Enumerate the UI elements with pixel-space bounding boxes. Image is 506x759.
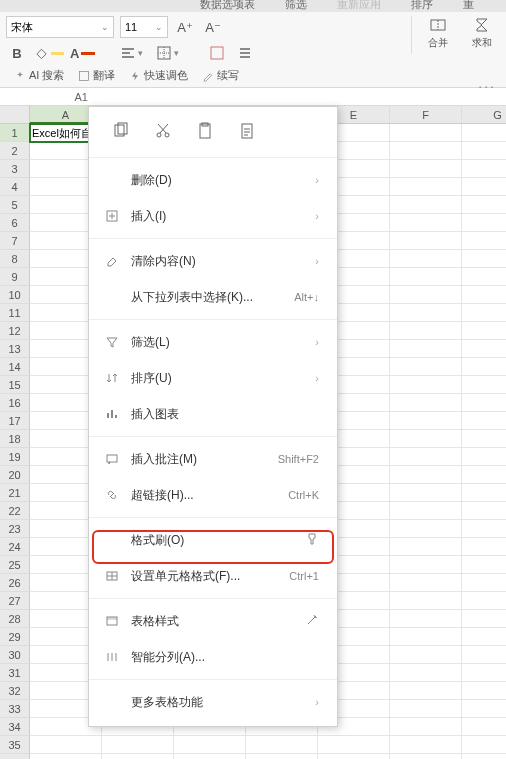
- more-button[interactable]: ···: [478, 78, 496, 94]
- cell[interactable]: [462, 754, 506, 759]
- paste-special-button[interactable]: [235, 119, 259, 143]
- cell[interactable]: [462, 124, 506, 142]
- menu-insert-comment[interactable]: 插入批注(M)Shift+F2: [89, 441, 337, 477]
- cell[interactable]: [390, 700, 462, 718]
- row-header[interactable]: 3: [0, 160, 30, 178]
- row-header[interactable]: 2: [0, 142, 30, 160]
- cell[interactable]: [462, 340, 506, 358]
- cell[interactable]: [390, 178, 462, 196]
- cell[interactable]: [390, 340, 462, 358]
- menu-smart-split[interactable]: 智能分列(A)...: [89, 639, 337, 675]
- cell[interactable]: [30, 754, 102, 759]
- cell[interactable]: [390, 196, 462, 214]
- tab-more[interactable]: 重: [463, 0, 474, 12]
- row-header[interactable]: 27: [0, 592, 30, 610]
- quick-color-button[interactable]: 快速调色: [129, 68, 188, 83]
- font-size-select[interactable]: 11 ⌄: [120, 16, 168, 38]
- row-header[interactable]: 4: [0, 178, 30, 196]
- cell[interactable]: [390, 250, 462, 268]
- menu-cell-format[interactable]: 设置单元格格式(F)...Ctrl+1: [89, 558, 337, 594]
- cell[interactable]: [462, 502, 506, 520]
- col-header-f[interactable]: F: [390, 106, 462, 124]
- row-header[interactable]: 17: [0, 412, 30, 430]
- row-header[interactable]: 5: [0, 196, 30, 214]
- cell[interactable]: [462, 142, 506, 160]
- cell[interactable]: [390, 466, 462, 484]
- row-header[interactable]: 26: [0, 574, 30, 592]
- cell[interactable]: [390, 142, 462, 160]
- cell[interactable]: [390, 214, 462, 232]
- cell[interactable]: [462, 430, 506, 448]
- cell[interactable]: [390, 574, 462, 592]
- cell[interactable]: [462, 394, 506, 412]
- cell[interactable]: [318, 736, 390, 754]
- cell[interactable]: [390, 502, 462, 520]
- row-header[interactable]: 14: [0, 358, 30, 376]
- menu-format-painter[interactable]: 格式刷(O): [89, 522, 337, 558]
- cell[interactable]: [390, 304, 462, 322]
- cell[interactable]: [318, 754, 390, 759]
- freeze-button[interactable]: [206, 42, 228, 64]
- row-header[interactable]: 36: [0, 754, 30, 759]
- row-header[interactable]: 10: [0, 286, 30, 304]
- row-header[interactable]: 29: [0, 628, 30, 646]
- cell[interactable]: [390, 412, 462, 430]
- menu-insert[interactable]: 插入(I)›: [89, 198, 337, 234]
- cell[interactable]: [390, 718, 462, 736]
- cell[interactable]: [462, 664, 506, 682]
- col-header-g[interactable]: G: [462, 106, 506, 124]
- row-header[interactable]: 28: [0, 610, 30, 628]
- cell[interactable]: [462, 232, 506, 250]
- select-all-corner[interactable]: [0, 106, 30, 124]
- cell[interactable]: [390, 448, 462, 466]
- font-color-button[interactable]: A: [70, 42, 100, 64]
- row-header[interactable]: 1: [0, 124, 30, 142]
- cell[interactable]: [462, 178, 506, 196]
- row-header[interactable]: 7: [0, 232, 30, 250]
- merge-button[interactable]: 合并: [420, 16, 456, 50]
- cell[interactable]: [462, 322, 506, 340]
- name-box[interactable]: A1: [0, 91, 94, 103]
- row-header[interactable]: 25: [0, 556, 30, 574]
- cut-button[interactable]: [151, 119, 175, 143]
- menu-insert-chart[interactable]: 插入图表: [89, 396, 337, 432]
- cell[interactable]: [390, 322, 462, 340]
- row-header[interactable]: 31: [0, 664, 30, 682]
- cell[interactable]: [462, 628, 506, 646]
- cell[interactable]: [462, 718, 506, 736]
- cell[interactable]: [246, 754, 318, 759]
- cell[interactable]: [390, 376, 462, 394]
- cell[interactable]: [390, 268, 462, 286]
- copy-button[interactable]: [109, 119, 133, 143]
- increase-font-button[interactable]: A⁺: [174, 16, 196, 38]
- row-header[interactable]: 11: [0, 304, 30, 322]
- row-header[interactable]: 6: [0, 214, 30, 232]
- row-header[interactable]: 13: [0, 340, 30, 358]
- cell[interactable]: [462, 538, 506, 556]
- translate-button[interactable]: 翻译: [78, 68, 115, 83]
- cell[interactable]: [390, 556, 462, 574]
- cell[interactable]: [174, 754, 246, 759]
- cell[interactable]: [390, 160, 462, 178]
- tab-sort[interactable]: 排序: [411, 0, 433, 12]
- menu-sort[interactable]: 排序(U)›: [89, 360, 337, 396]
- cell[interactable]: [462, 304, 506, 322]
- row-header[interactable]: 12: [0, 322, 30, 340]
- ai-search-button[interactable]: AI 搜索: [14, 68, 64, 83]
- cell[interactable]: [462, 484, 506, 502]
- tab-reapply[interactable]: 重新应用: [337, 0, 381, 12]
- sum-button[interactable]: 求和: [464, 16, 500, 50]
- menu-clear[interactable]: 清除内容(N)›: [89, 243, 337, 279]
- cell[interactable]: [462, 610, 506, 628]
- menu-filter[interactable]: 筛选(L)›: [89, 324, 337, 360]
- fill-color-button[interactable]: [34, 42, 64, 64]
- cell[interactable]: [390, 682, 462, 700]
- menu-more-table[interactable]: 更多表格功能›: [89, 684, 337, 720]
- row-header[interactable]: 18: [0, 430, 30, 448]
- cell[interactable]: [390, 394, 462, 412]
- cell[interactable]: [462, 682, 506, 700]
- continue-write-button[interactable]: 续写: [202, 68, 239, 83]
- cell[interactable]: [462, 286, 506, 304]
- cell[interactable]: [462, 466, 506, 484]
- conditional-format-button[interactable]: [234, 42, 256, 64]
